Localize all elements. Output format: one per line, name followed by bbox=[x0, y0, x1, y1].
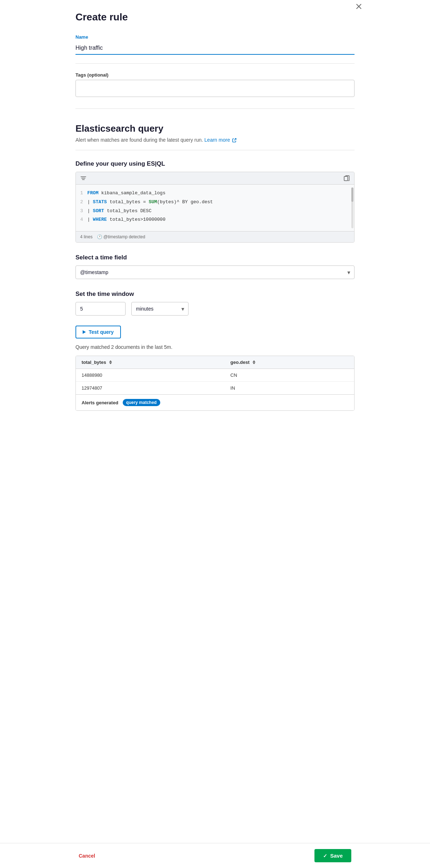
code-line-1: 1 FROM kibana_sample_data_logs bbox=[76, 189, 354, 198]
time-field-title: Select a time field bbox=[75, 254, 355, 261]
query-matched-badge: query matched bbox=[123, 399, 160, 406]
alerts-label: Alerts generated bbox=[82, 400, 118, 405]
divider-2 bbox=[75, 108, 355, 109]
close-button[interactable] bbox=[356, 4, 362, 11]
code-line-4: 4 | WHERE total_bytes>10000000 bbox=[76, 215, 354, 224]
cell-total-bytes-2: 12974807 bbox=[76, 382, 225, 395]
time-window-unit-select[interactable]: seconds minutes hours days bbox=[131, 302, 189, 316]
time-window-number-input[interactable] bbox=[75, 302, 126, 316]
results-table: total_bytes geo.dest bbox=[76, 356, 354, 394]
code-line-2: 2 | STATS total_bytes = SUM(bytes)^ BY g… bbox=[76, 198, 354, 207]
define-query-section: Define your query using ES|QL 1 bbox=[75, 160, 355, 243]
cell-geo-dest-1: CN bbox=[225, 369, 354, 382]
time-field-section: Select a time field @timestamp ▾ bbox=[75, 254, 355, 279]
tags-field-group: Tags (optional) bbox=[75, 72, 355, 97]
results-header-row: total_bytes geo.dest bbox=[76, 356, 354, 369]
test-query-button[interactable]: Test query bbox=[75, 326, 121, 338]
alerts-generated-row: Alerts generated query matched bbox=[76, 394, 354, 410]
code-footer: 4 lines 🕐 @timestamp detected bbox=[76, 231, 354, 242]
tags-input[interactable] bbox=[75, 80, 355, 97]
play-icon bbox=[83, 330, 86, 334]
sort-icon-geo-dest bbox=[253, 360, 255, 364]
lines-count: 4 lines bbox=[80, 234, 93, 239]
cell-total-bytes-1: 14888980 bbox=[76, 369, 225, 382]
copy-icon[interactable] bbox=[343, 175, 350, 181]
filter-icon[interactable] bbox=[80, 175, 87, 181]
es-query-title: Elasticsearch query bbox=[75, 123, 355, 134]
cell-geo-dest-2: IN bbox=[225, 382, 354, 395]
col-header-geo-dest[interactable]: geo.dest bbox=[225, 356, 354, 369]
es-query-description: Alert when matches are found during the … bbox=[75, 137, 355, 143]
es-query-section: Elasticsearch query Alert when matches a… bbox=[75, 123, 355, 143]
test-query-section: Test query Query matched 2 documents in … bbox=[75, 326, 355, 411]
unit-select-wrapper: seconds minutes hours days ▾ bbox=[131, 302, 189, 316]
time-window-inputs: seconds minutes hours days ▾ bbox=[75, 302, 355, 316]
query-result-text: Query matched 2 documents in the last 5m… bbox=[75, 344, 355, 350]
save-label: Save bbox=[330, 853, 343, 859]
time-window-section: Set the time window seconds minutes hour… bbox=[75, 291, 355, 316]
checkmark-icon: ✓ bbox=[323, 853, 327, 859]
code-body[interactable]: 1 FROM kibana_sample_data_logs 2 | STATS… bbox=[76, 185, 354, 231]
scrollbar-track[interactable] bbox=[351, 187, 353, 228]
test-query-label: Test query bbox=[89, 329, 114, 335]
learn-more-link[interactable]: Learn more bbox=[204, 137, 236, 143]
table-row: 14888980 CN bbox=[76, 369, 354, 382]
time-field-select-wrapper: @timestamp ▾ bbox=[75, 265, 355, 279]
sort-icon-total-bytes bbox=[109, 360, 112, 364]
time-window-title: Set the time window bbox=[75, 291, 355, 298]
page-title: Create rule bbox=[75, 11, 355, 23]
cancel-button[interactable]: Cancel bbox=[79, 850, 95, 862]
timestamp-detected: 🕐 @timestamp detected bbox=[97, 234, 145, 239]
results-table-container: total_bytes geo.dest bbox=[75, 356, 355, 411]
define-query-title: Define your query using ES|QL bbox=[75, 160, 355, 167]
name-label: Name bbox=[75, 34, 355, 40]
save-button[interactable]: ✓ Save bbox=[314, 849, 351, 862]
tags-label: Tags (optional) bbox=[75, 72, 355, 78]
footer-bar: Cancel ✓ Save bbox=[0, 843, 430, 868]
col-header-total-bytes[interactable]: total_bytes bbox=[76, 356, 225, 369]
name-field-group: Name bbox=[75, 34, 355, 55]
divider-3 bbox=[75, 150, 355, 150]
code-editor-toolbar bbox=[76, 172, 354, 185]
scrollbar-thumb[interactable] bbox=[351, 187, 353, 202]
code-line-3: 3 | SORT total_bytes DESC bbox=[76, 207, 354, 216]
svg-rect-5 bbox=[344, 176, 348, 181]
results-table-body: 14888980 CN 12974807 IN bbox=[76, 369, 354, 395]
divider-1 bbox=[75, 63, 355, 64]
table-row: 12974807 IN bbox=[76, 382, 354, 395]
name-input[interactable] bbox=[75, 42, 355, 55]
results-table-head: total_bytes geo.dest bbox=[76, 356, 354, 369]
code-editor: 1 FROM kibana_sample_data_logs 2 | STATS… bbox=[75, 172, 355, 243]
time-field-select[interactable]: @timestamp bbox=[75, 265, 355, 279]
